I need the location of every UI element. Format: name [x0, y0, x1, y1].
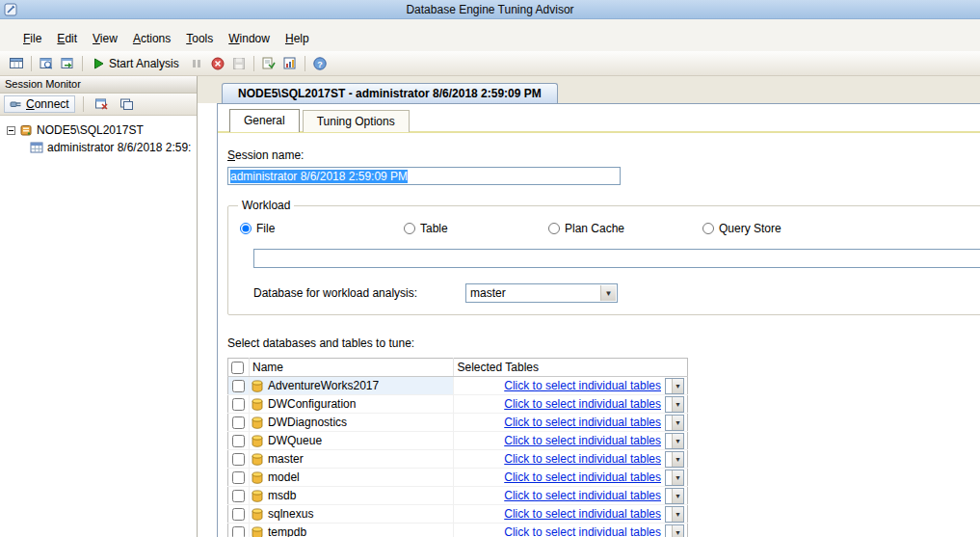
database-icon: [252, 435, 263, 447]
radio-file-input[interactable]: [240, 223, 252, 234]
row-checkbox[interactable]: [232, 471, 245, 484]
start-analysis-button[interactable]: Start Analysis: [87, 53, 186, 73]
select-tables-link[interactable]: Click to select individual tables: [504, 470, 661, 484]
session-table-icon: [30, 141, 43, 154]
database-icon: [252, 508, 263, 521]
toolbar-separator: [83, 96, 84, 112]
document-tab[interactable]: NODE5\SQL2017ST - administrator 8/6/2018…: [222, 83, 558, 103]
reports-icon[interactable]: [279, 53, 301, 73]
server-icon: [19, 123, 33, 137]
menu-tools[interactable]: Tools: [178, 29, 221, 49]
tree-node-server[interactable]: NODE5\SQL2017ST: [4, 121, 197, 139]
general-tab-content: Session name: administrator 8/6/2018 2:5…: [218, 133, 980, 537]
titlebar: Database Engine Tuning Advisor: [0, 0, 980, 19]
tables-dropdown[interactable]: ▼: [665, 524, 684, 537]
radio-table[interactable]: Table: [404, 222, 548, 235]
select-tables-link[interactable]: Click to select individual tables: [504, 489, 661, 502]
radio-file[interactable]: File: [240, 222, 404, 235]
pause-icon: [186, 53, 207, 73]
workload-database-label: Database for workload analysis:: [253, 286, 465, 300]
app-icon: [4, 3, 17, 16]
table-row: sqlnexus Click to select individual tabl…: [228, 505, 688, 524]
database-name: DWConfiguration: [268, 397, 356, 411]
radio-query-store[interactable]: Query Store: [702, 222, 857, 235]
radio-plan-cache-input[interactable]: [548, 223, 560, 234]
select-tables-link[interactable]: Click to select individual tables: [504, 434, 661, 447]
collapse-expander-icon[interactable]: [7, 126, 15, 135]
toolbar-separator: [31, 56, 32, 71]
select-tables-link[interactable]: Click to select individual tables: [504, 507, 661, 521]
chevron-down-icon: ▼: [672, 489, 683, 503]
menu-edit[interactable]: Edit: [49, 29, 85, 49]
row-checkbox[interactable]: [232, 508, 245, 521]
tables-dropdown[interactable]: ▼: [665, 415, 684, 431]
select-tables-link[interactable]: Click to select individual tables: [504, 397, 661, 411]
row-checkbox[interactable]: [232, 526, 245, 537]
select-tables-link[interactable]: Click to select individual tables: [504, 379, 661, 392]
menu-file[interactable]: File: [15, 29, 49, 49]
row-checkbox[interactable]: [232, 380, 245, 392]
main-toolbar: Start Analysis ?: [0, 51, 980, 76]
workload-database-combobox[interactable]: master ▼: [465, 283, 618, 303]
tables-dropdown[interactable]: ▼: [665, 488, 684, 504]
menu-view[interactable]: View: [85, 29, 125, 49]
radio-query-store-input[interactable]: [702, 223, 714, 234]
table-row: msdb Click to select individual tables▼: [228, 487, 688, 505]
clone-session-icon[interactable]: [117, 94, 138, 115]
tab-general[interactable]: General: [229, 109, 300, 132]
menu-window[interactable]: Window: [221, 29, 278, 49]
database-icon: [252, 398, 263, 411]
row-checkbox[interactable]: [232, 435, 245, 447]
session-tree: NODE5\SQL2017ST administrator 8/6/2018 2…: [0, 116, 197, 537]
table-row: DWQueue Click to select individual table…: [228, 432, 688, 450]
import-workload-icon[interactable]: [36, 53, 57, 73]
select-all-checkbox[interactable]: [231, 362, 244, 374]
connect-button[interactable]: Connect: [4, 95, 75, 113]
window-body: Session Monitor Connect: [0, 76, 980, 537]
new-session-icon[interactable]: [6, 53, 27, 73]
menu-help[interactable]: Help: [278, 29, 317, 49]
select-tables-link[interactable]: Click to select individual tables: [504, 525, 661, 537]
database-name: model: [268, 470, 300, 484]
tables-dropdown[interactable]: ▼: [665, 470, 684, 486]
row-checkbox[interactable]: [232, 416, 245, 429]
radio-table-input[interactable]: [404, 223, 415, 234]
chevron-down-icon: ▼: [672, 452, 683, 467]
radio-plan-cache[interactable]: Plan Cache: [548, 222, 702, 235]
column-header-selected-tables[interactable]: Selected Tables: [454, 359, 688, 377]
radio-table-label: Table: [420, 222, 448, 235]
help-icon[interactable]: ?: [309, 53, 331, 73]
workload-file-input[interactable]: [253, 249, 980, 268]
database-name: tempdb: [268, 525, 306, 537]
tree-node-session[interactable]: administrator 8/6/2018 2:59:: [4, 139, 197, 156]
apply-recommendations-icon[interactable]: [258, 53, 279, 73]
tables-dropdown[interactable]: ▼: [665, 396, 684, 413]
start-analysis-label: Start Analysis: [109, 57, 179, 70]
connect-icon: [10, 98, 22, 110]
tables-dropdown[interactable]: ▼: [665, 506, 684, 523]
chevron-down-icon: ▼: [672, 507, 683, 522]
session-monitor-toolbar: Connect: [0, 94, 197, 116]
export-results-icon[interactable]: [57, 53, 78, 73]
tune-section-label: Select databases and tables to tune:: [227, 336, 414, 350]
tables-dropdown[interactable]: ▼: [665, 451, 684, 468]
select-tables-link[interactable]: Click to select individual tables: [504, 416, 661, 429]
tables-dropdown[interactable]: ▼: [665, 433, 684, 449]
tables-dropdown[interactable]: ▼: [665, 378, 684, 394]
session-monitor-panel: Session Monitor Connect: [0, 76, 198, 537]
play-icon: [93, 58, 104, 69]
main-area: NODE5\SQL2017ST - administrator 8/6/2018…: [198, 76, 980, 537]
menu-actions[interactable]: Actions: [125, 29, 178, 49]
row-checkbox[interactable]: [232, 398, 245, 411]
row-checkbox[interactable]: [232, 490, 245, 502]
column-header-name[interactable]: Name: [250, 359, 454, 377]
chevron-down-icon: ▼: [672, 525, 683, 537]
delete-session-icon[interactable]: [92, 94, 113, 115]
session-name-label: Session name:: [227, 148, 304, 162]
chevron-down-icon[interactable]: ▼: [600, 285, 616, 301]
row-checkbox[interactable]: [232, 453, 245, 466]
tab-tuning-options[interactable]: Tuning Options: [303, 110, 410, 132]
select-tables-link[interactable]: Click to select individual tables: [504, 452, 661, 466]
stop-analysis-icon[interactable]: [207, 53, 228, 73]
session-name-input[interactable]: administrator 8/6/2018 2:59:09 PM: [227, 167, 621, 185]
